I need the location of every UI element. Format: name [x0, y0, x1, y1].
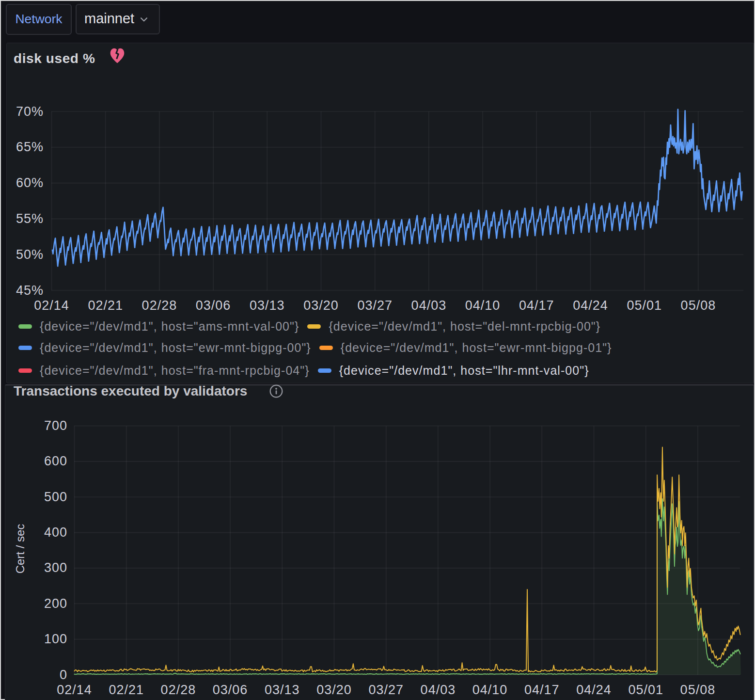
svg-text:04/24: 04/24 [573, 298, 608, 313]
svg-text:05/01: 05/01 [628, 683, 663, 697]
svg-text:03/20: 03/20 [316, 683, 352, 697]
svg-text:04/03: 04/03 [421, 683, 456, 697]
svg-text:50%: 50% [16, 247, 44, 262]
svg-text:45%: 45% [16, 283, 44, 298]
svg-text:400: 400 [44, 525, 67, 540]
svg-text:05/08: 05/08 [680, 683, 716, 697]
svg-text:600: 600 [44, 454, 67, 468]
svg-text:03/13: 03/13 [250, 298, 285, 313]
svg-text:60%: 60% [16, 175, 44, 190]
svg-text:04/17: 04/17 [519, 298, 554, 313]
svg-text:04/24: 04/24 [576, 683, 612, 697]
svg-text:03/06: 03/06 [213, 683, 248, 697]
svg-text:02/14: 02/14 [34, 298, 69, 313]
svg-text:05/08: 05/08 [681, 298, 716, 313]
svg-text:03/06: 03/06 [196, 298, 231, 313]
svg-text:500: 500 [44, 490, 67, 504]
svg-text:02/28: 02/28 [142, 298, 177, 313]
svg-text:03/13: 03/13 [265, 683, 300, 697]
svg-text:03/27: 03/27 [357, 298, 393, 313]
svg-text:02/21: 02/21 [88, 298, 123, 313]
svg-text:02/14: 02/14 [57, 683, 92, 697]
svg-text:65%: 65% [16, 140, 44, 154]
svg-text:300: 300 [44, 560, 67, 575]
svg-text:04/03: 04/03 [411, 298, 447, 313]
svg-text:700: 700 [44, 418, 67, 433]
svg-text:05/01: 05/01 [627, 298, 662, 313]
svg-text:0: 0 [60, 668, 67, 682]
svg-text:03/20: 03/20 [303, 298, 339, 313]
svg-text:02/21: 02/21 [109, 683, 144, 697]
svg-text:100: 100 [44, 632, 67, 646]
svg-text:70%: 70% [16, 104, 44, 119]
svg-text:04/10: 04/10 [472, 683, 508, 697]
svg-text:200: 200 [44, 596, 67, 611]
svg-text:04/17: 04/17 [524, 683, 560, 697]
svg-text:55%: 55% [16, 211, 44, 226]
svg-text:03/27: 03/27 [368, 683, 404, 697]
svg-text:04/10: 04/10 [465, 298, 501, 313]
svg-text:02/28: 02/28 [161, 683, 196, 697]
